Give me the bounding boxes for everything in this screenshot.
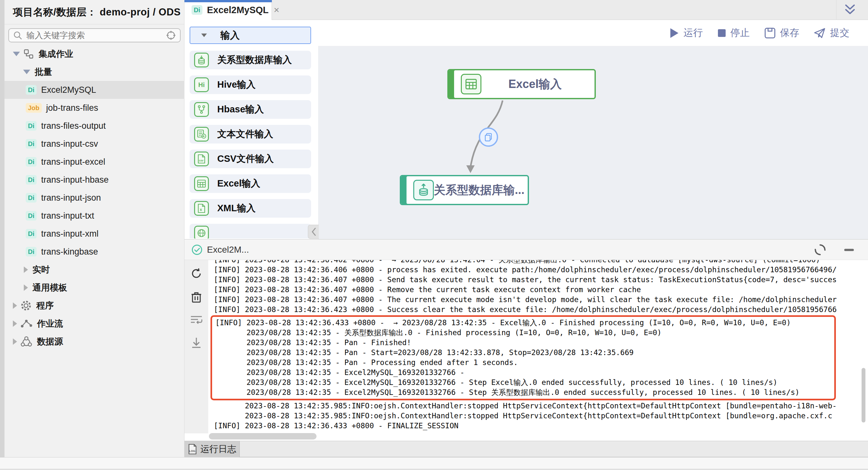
run-label: 运行 bbox=[684, 26, 703, 39]
log-output[interactable]: [INFO] 2023-08-28 13:42:36.402 +0800 - →… bbox=[208, 260, 868, 433]
edge-copy-badge[interactable] bbox=[479, 128, 498, 147]
text-file-icon bbox=[194, 127, 209, 142]
di-badge: Di bbox=[26, 139, 37, 148]
tree-item-label: 程序 bbox=[36, 300, 54, 311]
sidebar-item-datasources[interactable]: 数据源 bbox=[4, 333, 184, 350]
csv-file-icon: csv bbox=[194, 152, 209, 166]
log-lines-highlighted: [INFO] 2023-08-28 13:42:36.433 +0800 - →… bbox=[215, 318, 834, 397]
refresh-icon[interactable] bbox=[191, 268, 202, 279]
stop-button[interactable]: 停止 bbox=[718, 26, 750, 39]
save-icon bbox=[765, 28, 775, 38]
log-toolbar bbox=[184, 260, 208, 433]
chevron-down-icon bbox=[201, 33, 207, 37]
download-icon[interactable] bbox=[191, 337, 202, 349]
tab-run-log[interactable]: LOG 运行日志 bbox=[184, 441, 240, 457]
search-box[interactable] bbox=[8, 28, 181, 42]
node-rdb-output[interactable]: 关系型数据库输... bbox=[400, 175, 529, 205]
save-button[interactable]: 保存 bbox=[765, 26, 799, 39]
tree-item-label: trans-input-csv bbox=[41, 139, 98, 149]
log-lines-top: [INFO] 2023-08-28 13:42:36.402 +0800 - →… bbox=[214, 260, 863, 314]
tree-item-label: trans-kingbase bbox=[41, 247, 98, 257]
palette-item-hive-input[interactable]: Hi Hive输入 bbox=[190, 75, 311, 94]
tree-item-label: trans-input-txt bbox=[41, 211, 94, 221]
sidebar-item-excel2mysql[interactable]: Di Excel2MySQL bbox=[4, 81, 184, 99]
chevron-down-icon[interactable] bbox=[13, 52, 20, 56]
sidebar-item-job-trans-files[interactable]: Job job-trans-files bbox=[4, 99, 184, 117]
sidebar-item-trans-kingbase[interactable]: Di trans-kingbase bbox=[4, 243, 184, 261]
search-input[interactable] bbox=[26, 31, 166, 40]
palette-group-input[interactable]: 输入 bbox=[190, 27, 311, 44]
trash-icon[interactable] bbox=[191, 292, 202, 303]
stop-label: 停止 bbox=[731, 26, 750, 39]
hive-icon: Hi bbox=[194, 77, 209, 92]
di-badge: Di bbox=[26, 85, 37, 95]
job-badge: Job bbox=[26, 103, 42, 113]
tree-item-label: 集成作业 bbox=[38, 48, 73, 60]
run-button[interactable]: 运行 bbox=[670, 26, 703, 39]
chevron-right-icon[interactable] bbox=[13, 302, 17, 309]
sidebar-item-workflows[interactable]: 作业流 bbox=[4, 314, 184, 333]
hbase-icon bbox=[194, 102, 209, 117]
sidebar: 项目名称/数据层： demo-proj / ODS 集成作业 批量 Di Exc… bbox=[4, 0, 184, 457]
palette-item-label: Hive输入 bbox=[217, 78, 255, 91]
palette-item-partial[interactable] bbox=[190, 224, 311, 238]
sidebar-item-common-templates[interactable]: 通用模板 bbox=[4, 279, 184, 297]
node-label: Excel输入 bbox=[482, 76, 594, 92]
sync-spinner-icon[interactable] bbox=[814, 244, 826, 256]
chevron-right-icon[interactable] bbox=[13, 321, 17, 327]
di-badge: Di bbox=[26, 211, 37, 221]
chevron-down-icon[interactable] bbox=[23, 70, 30, 74]
sidebar-item-trans-input-excel[interactable]: Di trans-input-excel bbox=[4, 153, 184, 171]
tree-item-label: 批量 bbox=[35, 66, 52, 78]
tab-excel2mysql[interactable]: Di Excel2MySQL × bbox=[184, 0, 272, 20]
di-badge: Di bbox=[26, 121, 37, 131]
palette-item-textfile-input[interactable]: 文本文件输入 bbox=[190, 125, 311, 143]
sidebar-item-trans-input-txt[interactable]: Di trans-input-txt bbox=[4, 207, 184, 225]
chevron-right-icon[interactable] bbox=[13, 338, 17, 345]
submit-label: 提交 bbox=[830, 26, 849, 39]
gear-icon bbox=[20, 300, 32, 311]
sidebar-item-trans-input-json[interactable]: Di trans-input-json bbox=[4, 189, 184, 207]
xml-file-icon: x bbox=[194, 201, 209, 216]
collapse-panel-chevrons-icon[interactable] bbox=[843, 3, 858, 17]
copy-icon bbox=[484, 132, 493, 142]
palette-item-label: XML输入 bbox=[217, 202, 255, 215]
palette-item-csv-input[interactable]: csv CSV文件输入 bbox=[190, 149, 311, 168]
chevron-left-icon bbox=[311, 228, 316, 236]
di-badge: Di bbox=[26, 193, 37, 203]
submit-button[interactable]: 提交 bbox=[814, 26, 849, 39]
di-badge: Di bbox=[26, 157, 37, 167]
chevron-right-icon[interactable] bbox=[24, 266, 28, 273]
sidebar-item-integration-jobs[interactable]: 集成作业 bbox=[4, 45, 184, 63]
tree-item-label: 实时 bbox=[32, 264, 50, 275]
palette-item-excel-input[interactable]: Excel输入 bbox=[190, 174, 311, 193]
database-input-icon bbox=[194, 53, 209, 67]
log-panel-header[interactable]: Excel2M... bbox=[184, 239, 868, 260]
tab-close-icon[interactable]: × bbox=[274, 4, 280, 15]
sidebar-item-realtime[interactable]: 实时 bbox=[4, 261, 184, 279]
horizontal-scrollbar[interactable] bbox=[209, 433, 316, 439]
integration-jobs-icon bbox=[23, 48, 34, 59]
palette-item-xml-input[interactable]: x XML输入 bbox=[190, 199, 311, 218]
svg-text:LOG: LOG bbox=[189, 449, 195, 453]
sidebar-item-trans-files-output[interactable]: Di trans-files-output bbox=[4, 117, 184, 135]
minimize-icon[interactable] bbox=[843, 244, 855, 256]
sidebar-item-programs[interactable]: 程序 bbox=[4, 297, 184, 314]
palette-item-label: Excel输入 bbox=[217, 177, 260, 190]
vertical-scrollbar[interactable] bbox=[862, 368, 865, 423]
stop-icon bbox=[718, 29, 726, 37]
sidebar-item-batch[interactable]: 批量 bbox=[4, 63, 184, 81]
sidebar-item-trans-input-csv[interactable]: Di trans-input-csv bbox=[4, 135, 184, 153]
node-excel-input[interactable]: Excel输入 bbox=[447, 69, 596, 99]
play-icon bbox=[670, 28, 679, 38]
globe-icon bbox=[194, 226, 209, 238]
sidebar-item-trans-input-hbase[interactable]: Di trans-input-hbase bbox=[4, 171, 184, 189]
sidebar-item-trans-input-xml[interactable]: Di trans-input-xml bbox=[4, 225, 184, 243]
palette-item-rdb-input[interactable]: 关系型数据库输入 bbox=[190, 51, 311, 69]
chevron-right-icon[interactable] bbox=[24, 284, 28, 291]
palette-item-hbase-input[interactable]: Hbase输入 bbox=[190, 100, 311, 119]
locate-filter-icon[interactable] bbox=[166, 30, 176, 40]
flow-canvas[interactable]: Excel输入 关系型数据库输... bbox=[318, 46, 868, 239]
panel-collapse-handle[interactable] bbox=[308, 225, 319, 239]
word-wrap-icon[interactable] bbox=[190, 315, 203, 325]
